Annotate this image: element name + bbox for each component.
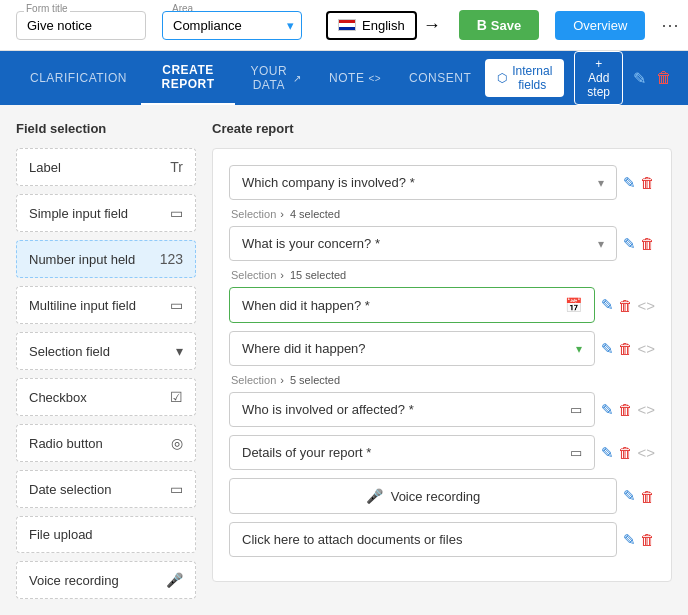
embed-details-icon[interactable]: <> [637, 444, 655, 461]
edit-company-icon[interactable]: ✎ [623, 174, 636, 192]
chevron-down-icon: ▾ [598, 176, 604, 190]
field-when-label: When did it happen? * [242, 298, 370, 313]
internal-fields-icon: ⬡ [497, 71, 507, 85]
edit-details-icon[interactable]: ✎ [601, 444, 614, 462]
calendar-icon: 📅 [565, 297, 582, 313]
embed-where-icon[interactable]: <> [637, 340, 655, 357]
edit-when-icon[interactable]: ✎ [601, 296, 614, 314]
field-attach-label: Click here to attach documents or files [242, 532, 462, 547]
date-text: Date selection [29, 482, 111, 497]
field-voice-label: Voice recording [391, 489, 481, 504]
simple-icon: ▭ [170, 205, 183, 221]
field-where-label: Where did it happen? [242, 341, 366, 356]
field-item-multiline[interactable]: Multiline input field ▭ [16, 286, 196, 324]
field-item-file[interactable]: File upload [16, 516, 196, 553]
edit-who-icon[interactable]: ✎ [601, 401, 614, 419]
nav-edit-icon[interactable]: ✎ [633, 69, 646, 88]
save-button[interactable]: B Save [459, 10, 540, 40]
area-wrapper: Compliance [162, 11, 302, 40]
report-row-details: Details of your report * ▭ ✎ 🗑 <> [229, 435, 655, 470]
delete-details-icon[interactable]: 🗑 [618, 444, 633, 461]
delete-who-icon[interactable]: 🗑 [618, 401, 633, 418]
delete-attach-icon[interactable]: 🗑 [640, 531, 655, 548]
selection-count-where: 5 selected [290, 374, 340, 386]
field-item-simple[interactable]: Simple input field ▭ [16, 194, 196, 232]
internal-fields-button[interactable]: ⬡ Internal fields [485, 59, 564, 97]
create-report-title: Create report [212, 121, 672, 136]
delete-voice-icon[interactable]: 🗑 [640, 488, 655, 505]
radio-icon: ◎ [171, 435, 183, 451]
selection-label-where: Selection › [231, 374, 284, 386]
embed-when-icon[interactable]: <> [637, 297, 655, 314]
number-icon: 123 [160, 251, 183, 267]
tab-your-data[interactable]: YOUR DATA ↗ [235, 52, 315, 104]
report-row-who: Who is involved or affected? * ▭ ✎ 🗑 <> [229, 392, 655, 427]
report-row-attach: Click here to attach documents or files … [229, 522, 655, 557]
field-item-radio[interactable]: Radio button ◎ [16, 424, 196, 462]
tab-clarification[interactable]: CLARIFICATION [16, 59, 141, 97]
edit-voice-icon[interactable]: ✎ [623, 487, 636, 505]
voice-icon: 🎤 [166, 572, 183, 588]
label-icon: Tr [170, 159, 183, 175]
field-item-checkbox[interactable]: Checkbox ☑ [16, 378, 196, 416]
add-step-button[interactable]: + Add step [574, 51, 623, 105]
overview-label: Overview [573, 18, 627, 33]
field-details[interactable]: Details of your report * ▭ [229, 435, 595, 470]
field-item-label[interactable]: Label Tr [16, 148, 196, 186]
delete-when-icon[interactable]: 🗑 [618, 297, 633, 314]
report-row-when: When did it happen? * 📅 ✎ 🗑 <> [229, 287, 655, 323]
selection-count-concern: 15 selected [290, 269, 346, 281]
delete-company-icon[interactable]: 🗑 [640, 174, 655, 191]
checkbox-text: Checkbox [29, 390, 87, 405]
edit-where-icon[interactable]: ✎ [601, 340, 614, 358]
delete-where-icon[interactable]: 🗑 [618, 340, 633, 357]
overview-button[interactable]: Overview [555, 11, 645, 40]
label-text: Label [29, 160, 61, 175]
field-item-number[interactable]: Number input held 123 [16, 240, 196, 278]
top-bar: Form title Area Compliance English → B S… [0, 0, 688, 51]
action-icons-concern: ✎ 🗑 [623, 235, 655, 253]
field-attach[interactable]: Click here to attach documents or files [229, 522, 617, 557]
field-where[interactable]: Where did it happen? ▾ [229, 331, 595, 366]
field-concern[interactable]: What is your concern? * ▾ [229, 226, 617, 261]
delete-concern-icon[interactable]: 🗑 [640, 235, 655, 252]
selection-count-company: 4 selected [290, 208, 340, 220]
chevron-down-icon2: ▾ [598, 237, 604, 251]
field-selection-panel: Field selection Label Tr Simple input fi… [16, 121, 196, 607]
embed-who-icon[interactable]: <> [637, 401, 655, 418]
field-item-voice[interactable]: Voice recording 🎤 [16, 561, 196, 599]
nav-delete-icon[interactable]: 🗑 [656, 69, 672, 87]
checkbox-icon: ☑ [170, 389, 183, 405]
form-title-label: Form title [24, 3, 70, 14]
edit-concern-icon[interactable]: ✎ [623, 235, 636, 253]
field-who[interactable]: Who is involved or affected? * ▭ [229, 392, 595, 427]
language-label: English [362, 18, 405, 33]
add-step-label: + Add step [587, 57, 610, 99]
field-who-label: Who is involved or affected? * [242, 402, 414, 417]
create-report-panel: Create report Which company is involved?… [212, 121, 672, 607]
field-item-selection[interactable]: Selection field ▾ [16, 332, 196, 370]
language-button[interactable]: English [326, 11, 417, 40]
selection-label-company: Selection › [231, 208, 284, 220]
action-icons-who: ✎ 🗑 <> [601, 401, 655, 419]
report-area: Which company is involved? * ▾ ✎ 🗑 Selec… [212, 148, 672, 582]
action-icons-when: ✎ 🗑 <> [601, 296, 655, 314]
tab-consent[interactable]: CONSENT [395, 59, 485, 97]
form-title-input[interactable] [16, 11, 146, 40]
field-when[interactable]: When did it happen? * 📅 [229, 287, 595, 323]
field-company[interactable]: Which company is involved? * ▾ [229, 165, 617, 200]
field-voice[interactable]: 🎤 Voice recording [229, 478, 617, 514]
main-content: Field selection Label Tr Simple input fi… [0, 105, 688, 615]
area-select[interactable]: Compliance [162, 11, 302, 40]
report-row-voice: 🎤 Voice recording ✎ 🗑 [229, 478, 655, 514]
edit-attach-icon[interactable]: ✎ [623, 531, 636, 549]
more-options-button[interactable]: ⋯ [661, 14, 679, 36]
tab-note[interactable]: NOTE <> [315, 59, 395, 97]
simple-text: Simple input field [29, 206, 128, 221]
action-icons-company: ✎ 🗑 [623, 174, 655, 192]
nav-tabs: CLARIFICATION CREATE REPORT YOUR DATA ↗ … [0, 51, 688, 105]
tab-create-report[interactable]: CREATE REPORT [141, 51, 235, 105]
field-item-date[interactable]: Date selection ▭ [16, 470, 196, 508]
selection-label-concern: Selection › [231, 269, 284, 281]
nav-right: ⬡ Internal fields + Add step ✎ 🗑 [485, 51, 672, 105]
